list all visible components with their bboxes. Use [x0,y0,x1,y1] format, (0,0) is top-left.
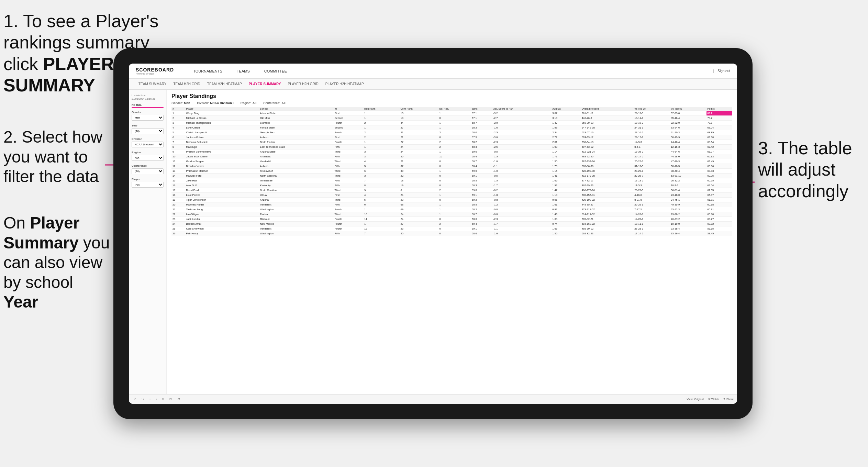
filter-conference-label: Conference: [263,101,280,105]
instruction-step3-right: 3. The table will adjust accordingly [758,137,865,202]
instruction-step2: 2. Select how you want to filter the dat… [3,127,103,187]
nav-link-committee[interactable]: COMMITTEE [262,68,289,75]
table-row: 14 Maxwell Ford North Carolina Third 3 2… [171,174,732,178]
undo-btn[interactable]: ↩ [132,397,137,401]
filter-gender-value: Men [184,101,190,105]
redo-btn[interactable]: ↪ [140,397,145,401]
table-row: 13 Phichaksn Maichon Texas A&M Third 6 3… [171,169,732,174]
subnav-team-h2h-heatmap[interactable]: TEAM H2H HEATMAP [204,81,245,87]
logo-text: SCOREBOARD [136,67,174,73]
col-points: Points [706,107,732,111]
sidebar: Update time: 27/03/2024 16:56:26 No Rds.… [129,90,167,394]
table-row: 25 Cole Sherwood Vanderbilt Fourth 12 23… [171,226,732,231]
filter-region-value: All [253,101,257,105]
share-btn[interactable]: ⬆ Share [723,398,734,401]
year-label: Year [132,124,164,127]
rds-slider[interactable] [132,107,164,108]
table-row: 26 Petr Hruby Washington Fifth 7 25 0 68… [171,231,732,236]
table-row: 3 Michael Thorbjornsen Stanford Fourth 2… [171,121,732,125]
paste-btn[interactable]: ⊡ [168,397,173,401]
toolbar-view-area: View: Original 👁 Watch ⬆ Share [687,398,734,401]
nav-right: | Sign out [713,69,730,73]
region-section: Region N/A [132,151,164,161]
subnav-player-summary[interactable]: PLAYER SUMMARY [246,81,284,87]
table-row: 24 Bastien Amat New Mexico Fourth 1 27 2… [171,222,732,226]
table-area: Player Standings Gender: Men Division: N… [167,90,737,394]
table-row: 21 Taehoon Song Washington Fourth 1 69 1… [171,207,732,212]
instruction-step3-left: On Player Summary you can also view by s… [3,213,110,312]
subnav-player-h2h-grid[interactable]: PLAYER H2H GRID [285,81,321,87]
division-label: Division [132,137,164,141]
col-wins: Wins [471,107,492,111]
bottom-toolbar: ↩ ↪ ‹ › ⎘ ⊡ ⏱ View: Original 👁 Watch ⬆ S… [129,394,737,404]
table-row: 1 Wenyi Ding Arizona State First 1 15 1 … [171,111,732,116]
col-num: # [171,107,185,111]
filter-division-value: NCAA Division I [210,101,234,105]
sub-nav: TEAM SUMMARY TEAM H2H GRID TEAM H2H HEAT… [129,79,737,90]
table-row: 5 Christo Lamprecht Georgia Tech Fourth … [171,130,732,135]
year-section: Year (All) [132,124,164,134]
table-row: 10 Jacob Skov Olesen Arkansas Fifth 3 25… [171,154,732,159]
conference-select[interactable]: (All) [132,168,164,174]
gender-select[interactable]: Men [132,115,164,121]
conference-section: Conference (All) [132,164,164,174]
table-row: 7 Nicholas Gabrelcik North Florida Fourt… [171,140,732,145]
col-adj: Adj. Score to Par [492,107,551,111]
table-row: 12 Brendan Valdes Auburn Fifth 5 37 0 68… [171,164,732,169]
main-content: Update time: 27/03/2024 16:56:26 No Rds.… [129,90,737,394]
logo: SCOREBOARD Powered by dippi [136,67,174,75]
subnav-player-h2h-heatmap[interactable]: PLAYER H2H HEATMAP [323,81,367,87]
table-row: 22 Ian Gilligan Florida Third 10 24 1 68… [171,212,732,217]
sign-out-link[interactable]: Sign out [717,69,730,73]
nav-link-tournaments[interactable]: TOURNAMENTS [191,68,224,75]
nav-bar: SCOREBOARD Powered by dippi TOURNAMENTS … [129,64,737,79]
table-row: 20 Matthew Riedel Vanderbilt Fifth 6 68 … [171,202,732,207]
forward-btn[interactable]: › [155,397,158,401]
tablet-device: SCOREBOARD Powered by dippi TOURNAMENTS … [113,48,753,419]
col-yr: Yr [334,107,364,111]
back-btn[interactable]: ‹ [148,397,152,401]
update-label: Update time: [132,94,146,97]
table-row: 4 Luke Claton Florida State Second 1 27 … [171,125,732,130]
col-sg: Avg SG [551,107,580,111]
gender-label: Gender [132,111,164,114]
clock-btn[interactable]: ⏱ [176,397,181,401]
no-rds-section: No Rds. [132,103,164,108]
filter-conference-value: All [281,101,286,105]
subnav-team-h2h-grid[interactable]: TEAM H2H GRID [171,81,203,87]
year-select[interactable]: (All) [132,128,164,134]
col-top50: Vs Top 50 [670,107,706,111]
table-row: 18 Luke Powell UCLA First 4 24 1 69.1 -1… [171,193,732,198]
gender-section: Gender Men [132,111,164,121]
table-row: 15 Jake Hall Tennessee Fifth 7 18 0 68.5… [171,178,732,183]
filter-region-label: Region: [241,101,251,105]
logo-sub: Powered by dippi [136,73,174,75]
player-select[interactable]: (All) [132,182,164,188]
region-label: Region [132,151,164,154]
conference-label: Conference [132,164,164,167]
filter-division-label: Division: [197,101,209,105]
subnav-team-summary[interactable]: TEAM SUMMARY [136,81,169,87]
col-conf-rank: Conf Rank [400,107,438,111]
table-title: Player Standings [171,93,732,99]
copy-btn[interactable]: ⎘ [161,397,165,401]
col-school: School [259,107,334,111]
table-row: 17 David Ford North Carolina Third 9 0 2… [171,188,732,193]
table-row: 2 Michael Le Sasso Ole Miss Second 1 18 … [171,116,732,121]
col-record: Overall Record [581,107,634,111]
watch-label[interactable]: 👁 Watch [708,398,719,401]
col-no-rds: No. Rds. [438,107,471,111]
update-time: 27/03/2024 16:56:26 [132,97,155,100]
nav-link-teams[interactable]: TEAMS [235,68,252,75]
table-row: 19 Tiger Christensen Arizona Third 5 23 … [171,198,732,202]
division-section: Division NCAA Division I [132,137,164,147]
view-label: View: Original [687,398,704,401]
region-select[interactable]: N/A [132,155,164,161]
col-top25: Vs Top 25 [633,107,670,111]
filter-bar: Gender: Men Division: NCAA Division I Re… [171,101,732,105]
division-select[interactable]: NCAA Division I [132,142,164,147]
player-label: Player [132,178,164,181]
no-rds-label: No Rds. [132,103,164,107]
player-section: Player (All) [132,178,164,188]
col-player: Player [185,107,259,111]
